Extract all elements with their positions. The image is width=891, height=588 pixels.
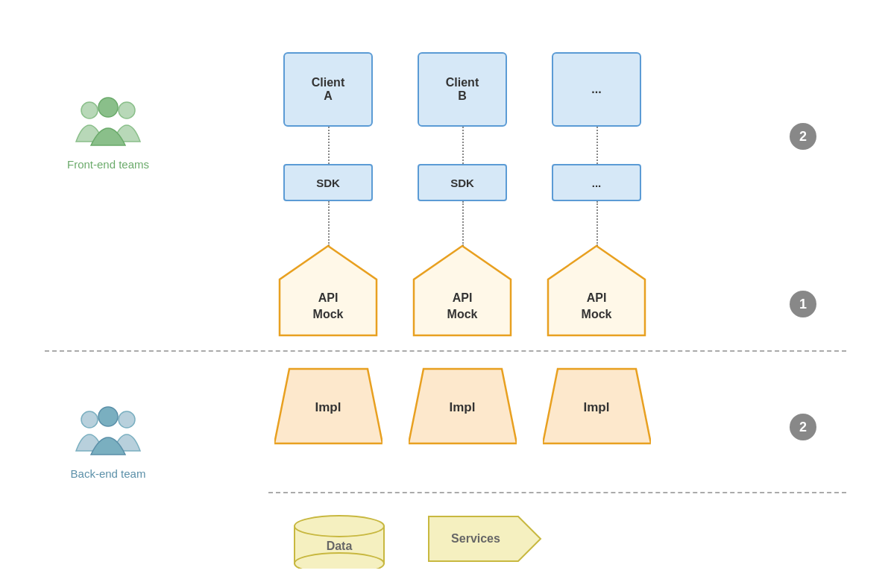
- svg-point-0: [81, 102, 98, 118]
- backend-team-icon: [75, 406, 142, 458]
- sdk-1-label: SDK: [316, 177, 340, 189]
- dot-line-1: [328, 127, 330, 164]
- services-arrow: Services: [425, 513, 544, 565]
- svg-text:API: API: [318, 291, 339, 304]
- frontend-team-icon: [75, 97, 142, 149]
- backend-team: Back-end team: [45, 406, 171, 480]
- frontend-team: Front-end teams: [45, 97, 171, 171]
- svg-point-2: [98, 98, 118, 117]
- dot-line-5: [462, 201, 464, 246]
- svg-point-5: [98, 407, 118, 426]
- svg-text:Mock: Mock: [447, 308, 478, 320]
- svg-text:API: API: [453, 291, 473, 304]
- sdk-dots-box: ...: [552, 164, 641, 201]
- svg-text:Impl: Impl: [315, 400, 341, 414]
- svg-text:API: API: [587, 291, 607, 304]
- dot-line-2: [462, 127, 464, 164]
- svg-text:Mock: Mock: [313, 308, 344, 320]
- impl-trapezoid-3: Impl: [543, 365, 651, 447]
- diagram-container: Front-end teams Back-end team 2 1 2 Clie…: [0, 0, 891, 588]
- divider-top: [45, 350, 846, 352]
- svg-point-22: [295, 516, 384, 537]
- api-mock-pentagon-2: API Mock: [410, 242, 514, 339]
- client-dots-box: ...: [552, 52, 641, 127]
- sdk-2-label: SDK: [450, 177, 474, 189]
- dot-line-6: [596, 201, 598, 246]
- svg-text:Services: Services: [451, 532, 500, 545]
- badge-2-bottom: 2: [790, 414, 816, 440]
- svg-point-23: [295, 553, 384, 569]
- impl-trapezoid-2: Impl: [409, 365, 517, 447]
- client-b-label: ClientB: [446, 76, 479, 103]
- sdk-dots-label: ...: [592, 177, 602, 189]
- svg-text:Mock: Mock: [582, 308, 612, 320]
- backend-team-label: Back-end team: [45, 467, 171, 480]
- api-mock-pentagon-3: API Mock: [544, 242, 649, 339]
- svg-point-4: [119, 411, 135, 428]
- frontend-team-label: Front-end teams: [45, 158, 171, 171]
- svg-text:Impl: Impl: [584, 400, 610, 414]
- svg-point-3: [81, 411, 98, 428]
- api-mock-pentagon-1: API Mock: [276, 242, 380, 339]
- svg-text:Data: Data: [327, 540, 353, 552]
- client-dots-label: ...: [591, 83, 601, 96]
- svg-marker-12: [548, 246, 645, 335]
- sdk-box-1: SDK: [283, 164, 373, 201]
- impl-trapezoid-1: Impl: [274, 365, 382, 447]
- svg-marker-6: [280, 246, 377, 335]
- dot-line-3: [596, 127, 598, 164]
- svg-text:Impl: Impl: [450, 400, 476, 414]
- dot-line-4: [328, 201, 330, 246]
- client-a-box: ClientA: [283, 52, 373, 127]
- badge-2-top: 2: [790, 123, 816, 150]
- client-b-box: ClientB: [418, 52, 507, 127]
- client-a-label: ClientA: [312, 76, 344, 103]
- data-cylinder: Data: [291, 513, 388, 569]
- divider-bottom: [268, 492, 846, 493]
- badge-1: 1: [790, 291, 816, 317]
- svg-point-1: [119, 102, 135, 118]
- svg-marker-9: [414, 246, 511, 335]
- sdk-box-2: SDK: [418, 164, 507, 201]
